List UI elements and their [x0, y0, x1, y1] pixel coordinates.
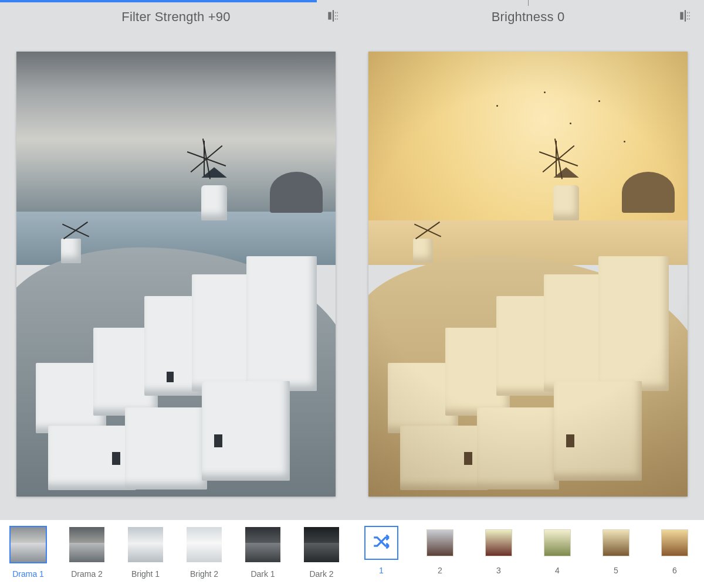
preset-strip[interactable]: 1 2 3 4 5 6 [352, 520, 704, 588]
filter-label: Bright 1 [131, 569, 160, 579]
editor-pane-drama: Filter Strength +90 [0, 0, 352, 588]
filter-bright-1[interactable]: Bright 1 [122, 526, 169, 579]
compare-button[interactable] [321, 5, 345, 29]
preset-2[interactable]: 2 [419, 526, 461, 575]
filter-drama-1[interactable]: Drama 1 [5, 526, 52, 579]
header-bar: Brightness 0 [352, 0, 704, 34]
edited-image[interactable] [16, 52, 336, 497]
preset-label: 4 [555, 566, 560, 575]
filter-label: Dark 1 [251, 569, 275, 579]
preset-label: 6 [672, 566, 677, 575]
preset-6[interactable]: 6 [654, 526, 696, 575]
image-canvas-wrap [352, 34, 704, 520]
filter-label: Drama 2 [71, 569, 103, 579]
preset-shuffle[interactable]: 1 [360, 526, 402, 575]
preset-label: 3 [496, 566, 501, 575]
preset-label: 5 [614, 566, 618, 575]
image-canvas-wrap [0, 34, 352, 520]
edited-image[interactable] [368, 52, 688, 497]
shuffle-icon [371, 532, 391, 554]
adjustment-label: Filter Strength +90 [121, 9, 230, 25]
preset-label: 2 [438, 566, 442, 575]
preset-label: 1 [379, 566, 384, 575]
filter-label: Bright 2 [190, 569, 218, 579]
adjustment-label: Brightness 0 [492, 9, 565, 25]
editor-pane-vintage: Brightness 0 [352, 0, 704, 588]
filter-label: Drama 1 [12, 569, 44, 579]
preset-3[interactable]: 3 [478, 526, 520, 575]
compare-icon [326, 8, 341, 26]
header-bar: Filter Strength +90 [0, 0, 352, 34]
preset-4[interactable]: 4 [536, 526, 578, 575]
filter-drama-2[interactable]: Drama 2 [63, 526, 110, 579]
filter-dark-1[interactable]: Dark 1 [239, 526, 286, 579]
preset-5[interactable]: 5 [595, 526, 637, 575]
compare-icon [678, 8, 693, 26]
filter-label: Dark 2 [309, 569, 333, 579]
filter-dark-2[interactable]: Dark 2 [298, 526, 345, 579]
compare-button[interactable] [673, 5, 697, 29]
filter-strip[interactable]: Drama 1 Drama 2 Bright 1 Bright 2 Dark 1… [0, 520, 352, 588]
filter-bright-2[interactable]: Bright 2 [181, 526, 228, 579]
